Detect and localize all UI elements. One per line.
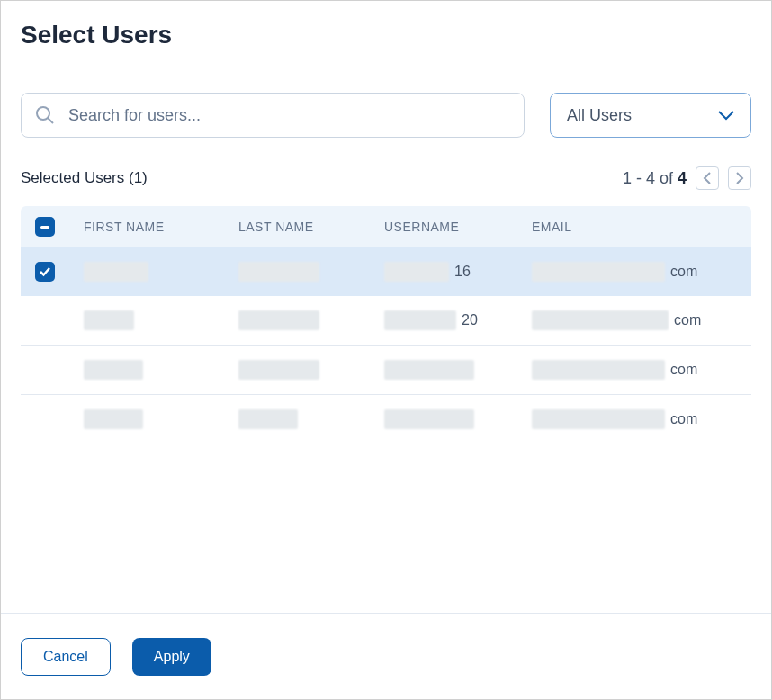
prev-page-button[interactable]	[696, 166, 719, 190]
chevron-left-icon	[703, 172, 712, 184]
row-checkbox[interactable]	[35, 262, 55, 282]
username-cell	[384, 360, 474, 380]
first-name-cell	[84, 262, 148, 282]
filter-dropdown[interactable]: All Users	[550, 93, 751, 138]
username-cell	[384, 409, 474, 429]
column-header-email[interactable]: EMAIL	[532, 220, 737, 234]
table-header: FIRST NAME LAST NAME USERNAME EMAIL	[21, 206, 751, 247]
username-suffix: 20	[462, 312, 478, 328]
last-name-cell	[238, 310, 319, 330]
filter-selected-label: All Users	[567, 106, 632, 125]
dialog-title: Select Users	[21, 21, 751, 49]
column-header-last-name[interactable]: LAST NAME	[238, 220, 384, 234]
chevron-down-icon	[718, 110, 734, 121]
table-row[interactable]: 16 com	[21, 247, 751, 296]
last-name-cell	[238, 360, 319, 380]
email-cell	[532, 409, 665, 429]
email-cell	[532, 360, 665, 380]
next-page-button[interactable]	[728, 166, 751, 190]
cancel-button[interactable]: Cancel	[21, 638, 111, 676]
check-icon	[39, 265, 51, 278]
username-cell	[384, 310, 456, 330]
pagination: 1 - 4 of 4	[623, 166, 751, 190]
email-cell	[532, 262, 665, 282]
pagination-text: 1 - 4 of 4	[623, 169, 687, 188]
table-row[interactable]: com	[21, 346, 751, 395]
column-header-username[interactable]: USERNAME	[384, 220, 532, 234]
svg-point-0	[37, 107, 49, 120]
email-suffix: com	[674, 312, 701, 328]
search-field[interactable]	[21, 93, 525, 138]
chevron-right-icon	[735, 172, 744, 184]
apply-button[interactable]: Apply	[132, 638, 211, 676]
email-suffix: com	[670, 362, 697, 378]
last-name-cell	[238, 409, 298, 429]
first-name-cell	[84, 310, 134, 330]
username-suffix: 16	[454, 264, 471, 280]
search-input[interactable]	[68, 106, 511, 125]
search-icon	[34, 104, 56, 126]
last-name-cell	[238, 262, 319, 282]
selected-count-label: Selected Users (1)	[21, 169, 148, 187]
email-cell	[532, 310, 669, 330]
table-row[interactable]: com	[21, 395, 751, 444]
username-cell	[384, 262, 449, 282]
column-header-first-name[interactable]: FIRST NAME	[84, 220, 238, 234]
table-row[interactable]: 20 com	[21, 296, 751, 346]
first-name-cell	[84, 360, 143, 380]
first-name-cell	[84, 409, 143, 429]
user-table: FIRST NAME LAST NAME USERNAME EMAIL 16 c…	[21, 206, 751, 444]
select-all-checkbox[interactable]	[35, 217, 55, 237]
svg-line-1	[48, 118, 53, 123]
email-suffix: com	[670, 411, 697, 427]
dialog-footer: Cancel Apply	[1, 613, 771, 699]
email-suffix: com	[670, 264, 697, 280]
